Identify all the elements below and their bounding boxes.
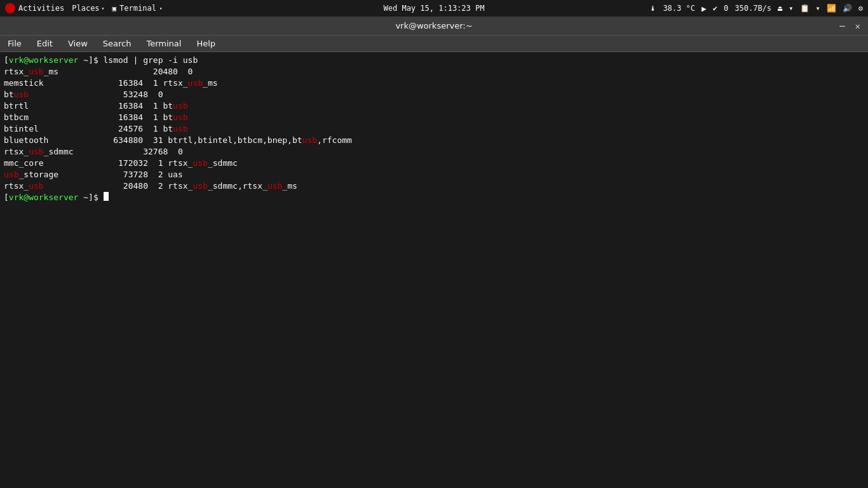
output-line-3: btusb 53248 0 — [4, 89, 864, 100]
prompt-bracket-open: [ — [4, 55, 9, 66]
command-line: [vrk@workserver ~]$ lsmod | grep -i usb — [4, 55, 864, 66]
output-line-8: rtsx_usb_sdmmc 32768 0 — [4, 146, 864, 158]
topbar-left: Activities Places ▾ ▣ Terminal ▾ — [5, 3, 163, 13]
wifi-icon: 📶 — [827, 4, 836, 13]
redhat-icon — [5, 3, 15, 13]
window-titlebar: vrk@workserver:~ ─ ✕ — [0, 17, 868, 36]
output-line-9: mmc_core 172032 1 rtsx_usb_sdmmc — [4, 158, 864, 169]
close-button[interactable]: ✕ — [853, 21, 863, 31]
menu-help[interactable]: Help — [194, 37, 218, 50]
output-line-2: memstick 16384 1 rtsx_usb_ms — [4, 78, 864, 89]
prompt-user: vrk@workserver — [9, 55, 79, 66]
output-line-6: btintel 24576 1 btusb — [4, 123, 864, 135]
clipboard-icon: 📋 — [800, 4, 810, 13]
menu-file[interactable]: File — [5, 37, 24, 50]
terminal-icon: ▣ — [112, 4, 116, 13]
topbar-datetime: Wed May 15, 1:13:23 PM — [384, 4, 485, 13]
output-line-4: btrtl 16384 1 btusb — [4, 100, 864, 112]
activities-button[interactable]: Activities — [5, 3, 64, 13]
terminal-menubar: File Edit View Search Terminal Help — [0, 36, 868, 52]
terminal-menu[interactable]: ▣ Terminal ▾ — [112, 4, 162, 13]
output-line-7: bluetooth 634880 31 btrtl,btintel,btbcm,… — [4, 135, 864, 146]
activities-label: Activities — [18, 4, 64, 13]
terminal-label: Terminal — [119, 4, 156, 13]
temperature-icon: 🌡 — [649, 4, 656, 13]
clipboard-arrow-icon: ▾ — [816, 4, 820, 13]
terminal-output: [vrk@workserver ~]$ lsmod | grep -i usb … — [0, 52, 868, 488]
next-prompt-line: [vrk@workserver ~]$ — [4, 192, 864, 203]
output-line-1: rtsx_usb_ms 20480 0 — [4, 66, 864, 78]
window-title: vrk@workserver:~ — [395, 21, 472, 30]
system-icon: ⚙ — [858, 4, 863, 13]
output-line-10: usb_storage 73728 2 uas — [4, 169, 864, 180]
window-controls: ─ ✕ — [837, 21, 863, 31]
volume-icon: 🔊 — [843, 4, 852, 13]
minimize-button[interactable]: ─ — [837, 21, 847, 31]
menu-edit[interactable]: Edit — [34, 37, 55, 50]
menu-terminal[interactable]: Terminal — [144, 37, 184, 50]
prompt-bracket-close: ] — [88, 55, 93, 66]
datetime-text: Wed May 15, 1:13:23 PM — [384, 4, 485, 13]
places-arrow-icon: ▾ — [102, 6, 105, 11]
menu-search[interactable]: Search — [100, 37, 134, 50]
temperature-text: 38.3 °C — [663, 4, 695, 13]
prompt-space: ~ — [78, 55, 88, 66]
check-count: 0 — [724, 4, 728, 13]
terminal-cursor — [104, 192, 109, 201]
command-text: lsmod | grep -i usb — [104, 55, 198, 66]
topbar-right: 🌡 38.3 °C ▶ ✔ 0 350.7B/s ⏏ ▾ 📋 ▾ 📶 🔊 ⚙ — [649, 4, 863, 13]
terminal-arrow-icon: ▾ — [159, 6, 163, 11]
media-icon: ▶ — [702, 4, 707, 13]
eject-arrow-icon: ▾ — [789, 4, 793, 13]
check-icon: ✔ — [713, 4, 717, 13]
output-line-5: btbcm 16384 1 btusb — [4, 112, 864, 123]
prompt-dollar: $ — [93, 55, 104, 66]
network-speed: 350.7B/s — [735, 4, 771, 13]
output-line-11: rtsx_usb 20480 2 rtsx_usb_sdmmc,rtsx_usb… — [4, 180, 864, 192]
menu-view[interactable]: View — [65, 37, 90, 50]
system-topbar: Activities Places ▾ ▣ Terminal ▾ Wed May… — [0, 0, 868, 17]
eject-icon: ⏏ — [778, 4, 782, 13]
places-menu[interactable]: Places ▾ — [72, 4, 104, 13]
places-label: Places — [72, 4, 99, 13]
